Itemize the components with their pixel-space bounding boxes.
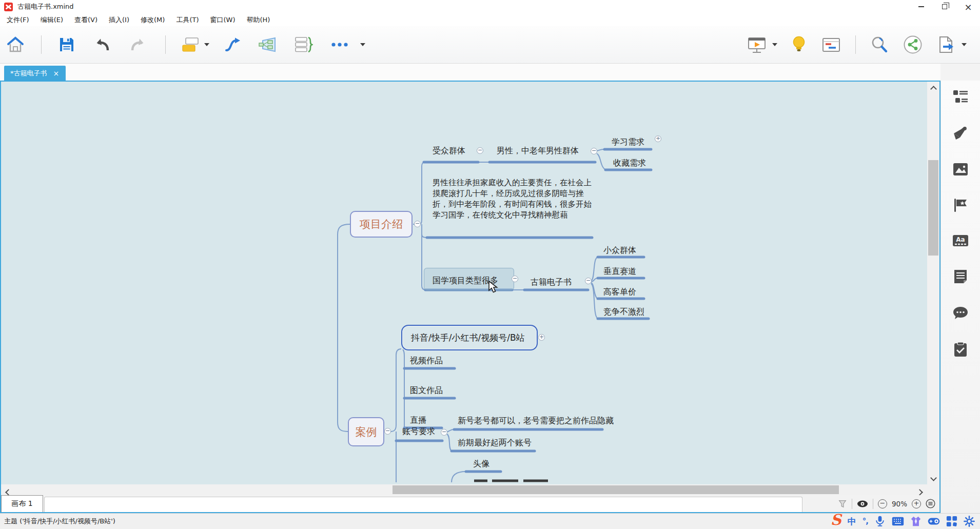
- canvas-frame: 项目介绍 案例 受众群体 男性，中老年男性群体 学习需求 收藏需求 男性往往承担…: [0, 81, 940, 513]
- vertical-scrollbar[interactable]: [927, 82, 939, 484]
- topic-platforms-selected[interactable]: 抖音/快手/小红书/视频号/B站: [401, 325, 538, 350]
- outline-structure-icon[interactable]: [953, 90, 968, 104]
- share-button[interactable]: [903, 35, 923, 54]
- collapse-toggle[interactable]: −: [591, 148, 597, 154]
- export-dropdown[interactable]: [962, 43, 967, 46]
- sogou-ime-logo-icon[interactable]: S: [831, 513, 841, 526]
- relationship-button[interactable]: [224, 36, 242, 53]
- virtual-keyboard-icon[interactable]: [892, 517, 904, 526]
- presentation-button[interactable]: [747, 36, 767, 53]
- apps-grid-icon[interactable]: [946, 516, 957, 527]
- timeline-button[interactable]: [821, 36, 841, 53]
- topic-vertical-track[interactable]: 垂直赛道: [603, 266, 636, 277]
- ime-language-mode[interactable]: 中: [848, 516, 856, 527]
- expand-toggle[interactable]: +: [538, 334, 545, 341]
- topic-case[interactable]: 案例: [348, 417, 384, 446]
- menu-view[interactable]: 查看(V): [69, 14, 103, 26]
- save-button[interactable]: [58, 36, 75, 53]
- marker-flag-icon[interactable]: [953, 198, 968, 212]
- ime-settings-gear-icon[interactable]: [964, 516, 975, 527]
- scroll-down-button[interactable]: [927, 473, 939, 482]
- collapse-toggle[interactable]: −: [384, 428, 391, 435]
- collapse-toggle[interactable]: −: [414, 221, 421, 227]
- menu-window[interactable]: 窗口(W): [204, 14, 241, 26]
- sticker-font-icon[interactable]: Aa: [952, 234, 969, 247]
- voice-input-icon[interactable]: [874, 515, 886, 527]
- new-topic-button[interactable]: [181, 36, 200, 53]
- search-button[interactable]: [870, 35, 889, 54]
- notes-icon[interactable]: [953, 269, 968, 284]
- horizontal-scrollbar[interactable]: [1, 484, 939, 495]
- topic-account-note-2[interactable]: 前期最好起两个账号: [458, 438, 532, 448]
- menu-file[interactable]: 文件(F): [1, 14, 35, 26]
- eye-icon[interactable]: [857, 500, 868, 508]
- boundary-button[interactable]: [258, 36, 277, 53]
- tab-guji-ebook[interactable]: *古籍电子书 ×: [4, 66, 66, 81]
- expand-toggle[interactable]: +: [655, 135, 661, 142]
- minimize-button[interactable]: [909, 0, 933, 13]
- collapse-toggle[interactable]: −: [441, 429, 447, 436]
- collapse-toggle[interactable]: −: [585, 278, 592, 284]
- topic-niche-group[interactable]: 小众群体: [603, 245, 636, 256]
- redo-button[interactable]: [129, 37, 147, 52]
- more-tools-button[interactable]: [330, 42, 349, 48]
- scroll-up-button[interactable]: [927, 83, 939, 93]
- topic-low-competition[interactable]: 竞争不激烈: [603, 307, 644, 318]
- new-topic-dropdown[interactable]: [204, 43, 209, 46]
- tab-close-icon[interactable]: ×: [53, 70, 60, 77]
- more-tools-dropdown[interactable]: [360, 43, 365, 46]
- chevron-down-icon: [360, 43, 365, 46]
- summary-button[interactable]: [293, 36, 313, 53]
- topic-audience-group[interactable]: 受众群体: [433, 146, 465, 156]
- zoom-out-button[interactable]: −: [878, 499, 887, 508]
- ime-toolbox-icon[interactable]: [928, 517, 940, 526]
- sheet-tab-canvas-1[interactable]: 画布 1: [1, 495, 43, 512]
- status-bar: 主题 ('抖音/快手/小红书/视频号/B站') S 中 °,: [0, 513, 980, 529]
- topic-account-requirements[interactable]: 账号要求: [402, 426, 435, 437]
- menu-help[interactable]: 帮助(H): [241, 14, 276, 26]
- topic-male-group[interactable]: 男性，中老年男性群体: [497, 146, 579, 156]
- topic-audience-note[interactable]: 男性往往承担家庭收入的主要责任，在社会上摸爬滚打几十年，经历或见过很多阴暗与挫折…: [433, 178, 596, 221]
- topic-image-text-works[interactable]: 图文作品: [410, 385, 443, 396]
- format-brush-icon[interactable]: [953, 126, 968, 141]
- home-button[interactable]: [6, 36, 25, 53]
- undo-button[interactable]: [93, 37, 111, 52]
- export-button[interactable]: [937, 36, 955, 53]
- topic-video-works[interactable]: 视频作品: [410, 356, 443, 366]
- presentation-dropdown[interactable]: [772, 43, 777, 46]
- zoom-in-button[interactable]: +: [912, 499, 921, 508]
- fit-view-button[interactable]: [926, 499, 935, 508]
- topic-guji-ebook[interactable]: 古籍电子书: [531, 277, 572, 288]
- collapse-toggle[interactable]: −: [512, 276, 518, 282]
- mindmap-canvas[interactable]: 项目介绍 案例 受众群体 男性，中老年男性群体 学习需求 收藏需求 男性往往承担…: [1, 82, 939, 484]
- topic-account-note-1[interactable]: 新号老号都可以，老号需要把之前作品隐藏: [458, 416, 614, 426]
- task-clipboard-icon[interactable]: [954, 342, 967, 357]
- restore-button[interactable]: [933, 0, 956, 13]
- topic-guoxue-types[interactable]: 国学项目类型很多: [433, 276, 498, 286]
- topic-project-intro[interactable]: 项目介绍: [350, 211, 413, 238]
- ime-skin-icon[interactable]: [910, 516, 922, 527]
- comments-icon[interactable]: [953, 306, 968, 320]
- ellipsis-icon: [330, 42, 349, 48]
- chevron-down-icon: [962, 43, 967, 46]
- minimize-icon: [918, 6, 924, 7]
- sheet-bar: 画布 1 − 90% +: [1, 495, 939, 512]
- horizontal-scroll-thumb[interactable]: [393, 485, 839, 494]
- menu-modify[interactable]: 修改(M): [135, 14, 170, 26]
- filter-icon[interactable]: [838, 499, 847, 508]
- topic-high-price[interactable]: 高客单价: [603, 287, 636, 298]
- collapse-toggle[interactable]: −: [477, 147, 483, 154]
- lightbulb-button[interactable]: [792, 36, 806, 53]
- menu-edit[interactable]: 编辑(E): [35, 14, 69, 26]
- close-button[interactable]: ×: [956, 0, 980, 13]
- topic-livestream[interactable]: 直播: [410, 415, 426, 426]
- vertical-scroll-thumb[interactable]: [928, 160, 938, 256]
- ime-punctuation-mode[interactable]: °,: [863, 517, 868, 526]
- presentation-icon: [747, 36, 767, 53]
- menu-insert[interactable]: 插入(I): [103, 14, 135, 26]
- topic-learning-need[interactable]: 学习需求: [612, 137, 644, 148]
- image-icon[interactable]: [953, 163, 968, 176]
- topic-avatar[interactable]: 头像: [473, 459, 489, 469]
- topic-collection-need[interactable]: 收藏需求: [613, 158, 646, 169]
- menu-tools[interactable]: 工具(T): [170, 14, 204, 26]
